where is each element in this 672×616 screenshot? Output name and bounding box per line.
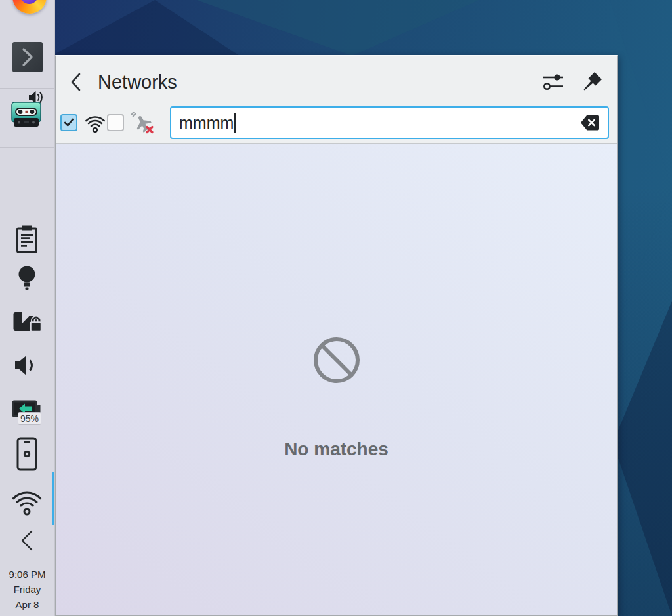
tray-vault[interactable]	[12, 308, 42, 335]
clipboard-icon	[14, 224, 40, 254]
network-list-empty-area: No matches	[56, 144, 617, 615]
panel-expander[interactable]	[18, 529, 36, 552]
task-media-player[interactable]	[11, 91, 44, 129]
speaker-icon	[12, 352, 39, 379]
checkmark-icon	[62, 116, 75, 129]
wifi-icon	[10, 482, 43, 518]
no-matches-label: No matches	[284, 439, 388, 460]
pin-button[interactable]	[581, 72, 602, 92]
panel-separator	[0, 88, 54, 89]
tray-notifications[interactable]	[18, 265, 36, 293]
clock-date: Apr 8	[0, 597, 54, 612]
lightbulb-icon	[18, 265, 36, 293]
backspace-icon	[580, 114, 600, 131]
clock-time: 9:06 PM	[0, 567, 54, 582]
chevron-left-icon	[18, 529, 36, 552]
wallpaper-triangle	[197, 0, 479, 56]
cassette-speaker-icon	[11, 91, 44, 129]
text-caret	[234, 113, 236, 133]
airplane-checkbox[interactable]	[107, 114, 124, 131]
wifi-checkbox[interactable]	[60, 114, 77, 131]
task-konsole[interactable]	[12, 42, 43, 72]
search-input[interactable]: mmmm	[170, 106, 609, 139]
airplane-off-icon	[130, 111, 155, 134]
pin-icon	[581, 72, 602, 92]
search-input-value: mmmm	[179, 113, 234, 133]
sliders-icon	[542, 73, 564, 91]
firefox-icon	[20, 0, 38, 4]
task-firefox[interactable]	[12, 0, 47, 14]
prohibition-icon	[312, 335, 362, 385]
clear-search-button[interactable]	[580, 114, 600, 131]
networks-popup: Networks	[55, 55, 618, 616]
console-chevron-icon	[12, 42, 43, 72]
tray-volume[interactable]	[12, 352, 39, 379]
folder-lock-icon	[12, 308, 42, 335]
panel-separator	[0, 31, 54, 31]
wallpaper-triangle	[39, 0, 249, 62]
active-tray-indicator	[52, 472, 54, 525]
back-button[interactable]	[69, 72, 83, 92]
chevron-left-icon	[69, 72, 83, 92]
wifi-toggle-icon[interactable]	[83, 112, 107, 134]
wifi-icon	[83, 112, 107, 134]
airplane-toggle-icon[interactable]	[130, 111, 155, 134]
popup-header: Networks	[56, 56, 617, 100]
tray-kdeconnect[interactable]	[16, 437, 38, 471]
panel-separator	[0, 147, 54, 148]
configure-button[interactable]	[542, 73, 564, 91]
digital-clock[interactable]: 9:06 PM Friday Apr 8	[0, 567, 54, 612]
clock-day: Friday	[0, 582, 54, 597]
battery-percentage-badge: 95%	[18, 412, 41, 425]
filter-row: mmmm	[56, 100, 617, 143]
phone-gear-icon	[16, 437, 38, 471]
tray-clipboard[interactable]	[14, 224, 40, 254]
plasma-panel: 95% 9:06 PM Friday Apr 8	[0, 0, 55, 616]
popup-title: Networks	[98, 72, 177, 93]
tray-networks[interactable]	[10, 482, 43, 518]
